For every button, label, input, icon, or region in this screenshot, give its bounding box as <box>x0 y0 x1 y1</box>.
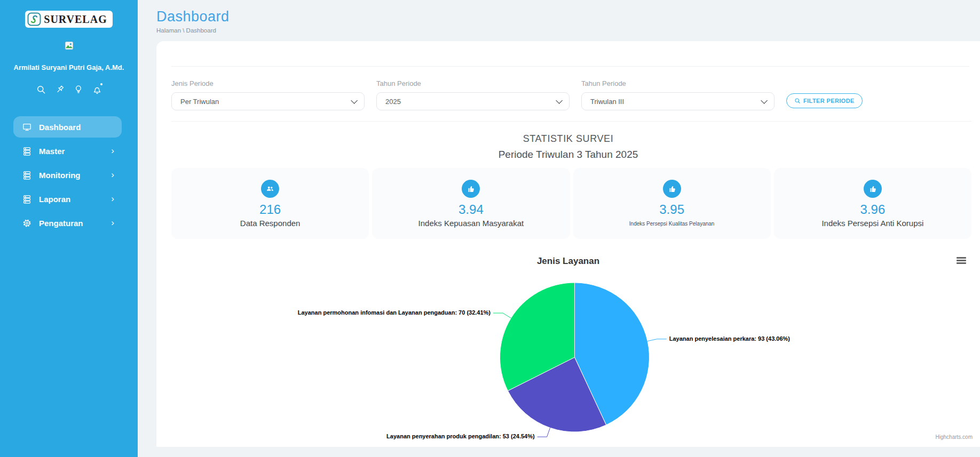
lightbulb-icon[interactable] <box>73 84 84 95</box>
highcharts-credit[interactable]: Highcharts.com <box>936 434 973 440</box>
app-name: SURVELAG <box>44 13 107 26</box>
sidebar-item-label: Dashboard <box>39 123 81 132</box>
pin-icon[interactable] <box>54 84 65 95</box>
sidebar-item-laporan[interactable]: Laporan › <box>13 188 122 210</box>
sidebar-item-monitoring[interactable]: Monitoring › <box>13 164 122 186</box>
stat-value: 216 <box>259 202 281 217</box>
filter-periode-button[interactable]: FILTER PERIODE <box>786 93 863 108</box>
main-content: Dashboard Halaman \ Dashboard Jenis Peri… <box>138 0 980 447</box>
page-title: Dashboard <box>156 9 980 25</box>
pie-chart: Highcharts.com Layanan penyelesaian perk… <box>156 270 980 447</box>
avatar <box>65 42 73 50</box>
gear-icon <box>22 218 32 228</box>
stat-label: Indeks Persepsi Anti Korupsi <box>821 219 923 228</box>
stat-label: Indeks Persepsi Kualitas Pelayanan <box>629 221 715 227</box>
selected-value: 2025 <box>385 98 401 106</box>
sidebar-item-pengaturan[interactable]: Pengaturan › <box>13 212 122 234</box>
sidebar-item-dashboard[interactable]: Dashboard <box>13 116 122 138</box>
pie-svg <box>156 270 980 447</box>
sidebar-item-label: Monitoring <box>39 171 80 180</box>
chevron-right-icon: › <box>111 194 114 204</box>
survelag-logo-icon <box>27 12 41 26</box>
filter-button-label: FILTER PERIODE <box>803 98 855 104</box>
chevron-down-icon <box>351 97 358 104</box>
filter-label-tahun-periode: Tahun Periode <box>376 79 570 87</box>
tahun-periode-select[interactable]: 2025 <box>376 92 570 110</box>
stat-label: Data Responden <box>240 219 301 228</box>
chevron-right-icon: › <box>111 218 114 228</box>
notification-dot <box>100 83 102 85</box>
statistics-cards: 216 Data Responden 3.94 Indeks Kepuasan … <box>156 161 980 239</box>
sidebar: SURVELAG Armilati Suryani Putri Gaja, A.… <box>0 0 138 457</box>
pie-slice-label: Layanan penyerahan produk pengadilan: 53… <box>386 433 535 439</box>
pie-label-connector <box>538 428 550 437</box>
chevron-right-icon: › <box>111 170 114 180</box>
stat-value: 3.96 <box>860 202 886 217</box>
users-icon <box>261 180 279 198</box>
triwulan-select[interactable]: Triwulan III <box>581 92 774 110</box>
pie-label-connector <box>647 339 667 341</box>
chevron-down-icon <box>761 97 768 104</box>
server-icon <box>22 170 32 180</box>
sidebar-item-master[interactable]: Master › <box>13 140 122 162</box>
statistics-title: STATISTIK SURVEI <box>156 133 980 145</box>
thumb-up-icon <box>663 180 681 198</box>
sidebar-item-label: Pengaturan <box>39 219 83 228</box>
server-icon <box>22 146 32 156</box>
stat-card-ikm: 3.94 Indeks Kepuasan Masyarakat <box>372 168 570 239</box>
chart-context-menu-button[interactable] <box>957 257 966 264</box>
bell-icon[interactable] <box>92 84 102 95</box>
stat-card-ipkp: 3.95 Indeks Persepsi Kualitas Pelayanan <box>573 168 771 239</box>
thumb-up-icon <box>864 180 882 198</box>
sidebar-item-label: Master <box>39 147 65 156</box>
stat-value: 3.95 <box>659 202 684 217</box>
sidebar-menu: Dashboard Master › <box>0 116 138 234</box>
monitor-icon <box>22 122 32 132</box>
stat-card-ipak: 3.96 Indeks Persepsi Anti Korupsi <box>774 168 971 239</box>
stat-value: 3.94 <box>459 202 484 217</box>
pie-slice-label: Layanan penyelesaian perkara: 93 (43.06%… <box>669 335 790 342</box>
statistics-subtitle: Periode Triwulan 3 Tahun 2025 <box>156 149 980 161</box>
app-logo[interactable]: SURVELAG <box>25 11 112 28</box>
stat-label: Indeks Kepuasan Masyarakat <box>418 219 524 228</box>
content-card: Jenis Periode Per Triwulan Tahun Periode… <box>156 41 980 447</box>
pie-label-connector <box>493 313 511 318</box>
thumb-up-icon <box>462 180 480 198</box>
filter-row: Jenis Periode Per Triwulan Tahun Periode… <box>156 67 980 121</box>
filter-label-jenis-periode: Jenis Periode <box>171 79 365 87</box>
server-icon <box>22 194 32 204</box>
selected-value: Triwulan III <box>590 98 624 106</box>
pie-slice-label: Layanan permohonan infomasi dan Layanan … <box>298 309 491 316</box>
sidebar-item-label: Laporan <box>39 195 70 204</box>
search-icon <box>794 98 801 104</box>
selected-value: Per Triwulan <box>180 98 219 106</box>
breadcrumb: Halaman \ Dashboard <box>156 27 980 34</box>
card-top-divider <box>171 41 969 67</box>
user-name: Armilati Suryani Putri Gaja, A.Md. <box>0 63 138 71</box>
section-divider <box>171 121 971 122</box>
stat-card-data-responden: 216 Data Responden <box>171 168 369 239</box>
chart-title: Jenis Layanan <box>156 256 980 267</box>
filter-label-triwulan-periode: Tahun Periode <box>581 79 774 87</box>
chevron-down-icon <box>556 97 563 104</box>
search-icon[interactable] <box>36 84 46 95</box>
chevron-right-icon: › <box>111 146 114 156</box>
jenis-periode-select[interactable]: Per Triwulan <box>171 92 365 110</box>
